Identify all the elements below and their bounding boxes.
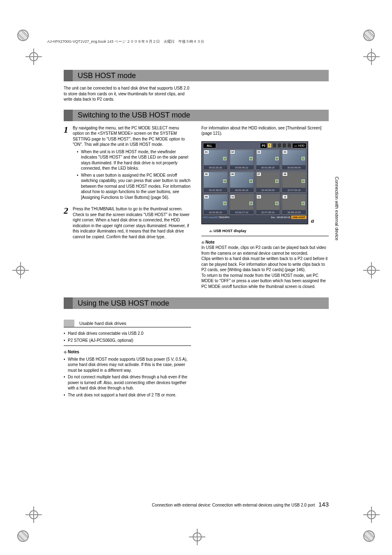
side-chapter-label: Connection with external device: [334, 177, 339, 240]
step-text: By navigating the menu, set the PC MODE …: [73, 126, 185, 147]
thumbnail-cell: 07 T 22:46:59:08: [256, 171, 281, 192]
list-item: The unit does not support a hard disk dr…: [64, 392, 191, 398]
notes-heading: Notes: [64, 349, 191, 355]
slot-indicator: [282, 143, 286, 148]
thumbnail-cell: 05 T 00:01:38.01: [203, 171, 228, 192]
crop-mark-icon: [17, 30, 29, 41]
registration-mark-icon: [363, 262, 380, 279]
step-text: Press the THUMBNAIL button to go to the …: [73, 207, 189, 239]
hdd-list: Hard disk drives connectable via USB 2.0…: [64, 331, 191, 343]
thumbnail-cell: 02 T 00:00:45:12: [229, 149, 254, 170]
sub-header: Usable hard disk drives: [64, 320, 191, 327]
thumbnail-cell: 12 T 22:58:14:23: [281, 194, 307, 215]
notes-list: While the USB HOST mode supports USB bus…: [64, 357, 191, 398]
registration-mark-icon: [12, 262, 29, 279]
section-title: Switching to the USB HOST mode: [73, 111, 190, 120]
section-title: Using the USB HOST mode: [73, 299, 169, 308]
usb-host-badge: USB HOST: [291, 216, 307, 219]
list-item: Do not connect multiple hard disk drives…: [64, 374, 191, 391]
thumbnail-cell: 06 T 00:01:40.16: [229, 171, 254, 192]
step-1: 1 By navigating the menu, set the PC MOD…: [64, 125, 191, 202]
figure-caption: a. USB HOST display: [201, 228, 308, 233]
registration-mark-icon: [25, 48, 42, 65]
step-bullets: When the unit is in USB HOST mode, the v…: [73, 149, 191, 200]
section-title: USB HOST mode: [73, 71, 136, 80]
crop-mark-icon: [363, 530, 375, 542]
thumbnail-cell: 03 T 00:01:08:18: [256, 149, 281, 170]
p2-label: P2: [261, 143, 267, 148]
thumbnail-cell: 04 T 00:00:46:00: [281, 149, 307, 170]
slot-indicator: [272, 143, 277, 148]
slot-indicator: 1: [267, 143, 272, 148]
step-2: 2 Press the THUMBNAIL button to go to th…: [64, 206, 191, 240]
duration-label: Dur : 00:00:04:18: [271, 216, 290, 219]
note-text: To return to the normal mode from the US…: [201, 273, 329, 290]
list-item: Hard disk drives connectable via USB 2.0: [64, 331, 191, 336]
list-item: P2 STORE (AJ-PCS060G, optional): [64, 338, 191, 343]
thumbnail-cell: 01 T 00:02:33.26: [203, 149, 228, 170]
note-text: In USB HOST mode, clips on P2 cards can …: [201, 245, 329, 256]
crop-mark-icon: [17, 530, 29, 542]
right-intro: For information about the HDD indication…: [201, 125, 329, 136]
registration-mark-icon: [363, 48, 380, 65]
format-label: 720/24PN: [218, 216, 229, 219]
list-item: While the USB HOST mode supports USB bus…: [64, 357, 191, 373]
sub-header-text: Usable hard disk drives: [79, 320, 126, 327]
thumbnail-screen-figure: ALL P2 1 ▭ HDD: [201, 141, 308, 224]
section-header-using: Using the USB HOST mode: [64, 297, 329, 309]
step-number: 2: [64, 206, 73, 240]
section-header-switching: Switching to the USB HOST mode: [64, 110, 329, 121]
registration-mark-icon: [363, 507, 380, 523]
page-number: 143: [318, 501, 329, 508]
registration-mark-icon: [25, 507, 42, 523]
thumbnail-cell: 10 T 22:56:17:12: [229, 194, 254, 215]
note-heading: Note: [201, 240, 329, 245]
bullet: When a user button is assigned the PC MO…: [77, 173, 191, 200]
section-intro: The unit can be connected to a hard disk…: [64, 85, 191, 102]
page-footer: Connection with external device: Connect…: [64, 501, 329, 508]
all-badge: ALL: [203, 143, 216, 148]
section-header-usb-host: USB HOST mode: [64, 70, 329, 81]
hdd-badge: ▭ HDD: [292, 143, 307, 148]
slot-indicator: [277, 143, 281, 148]
thumbnail-cell: 08 T 22:47:52:16: [281, 171, 307, 192]
thumbnail-cell: 11 T 22:57:35:16: [256, 194, 281, 215]
figure-label-a: a: [311, 217, 314, 225]
header-metadata: AJ-HPX2700G-VQT1V27_eng.book 143 ページ ２００…: [47, 39, 204, 44]
bullet: When the unit is in USB HOST mode, the v…: [77, 149, 191, 171]
hdd-icon: ▭: [294, 144, 297, 147]
note-text: Clips written to a hard disk must be wri…: [201, 256, 329, 273]
crop-mark-icon: [363, 30, 375, 41]
slot-indicator: [287, 143, 291, 148]
step-number: 1: [64, 125, 73, 202]
thumbnail-cell: 09 T 22:54:35:16: [203, 194, 228, 215]
registration-mark-icon: [189, 529, 205, 545]
